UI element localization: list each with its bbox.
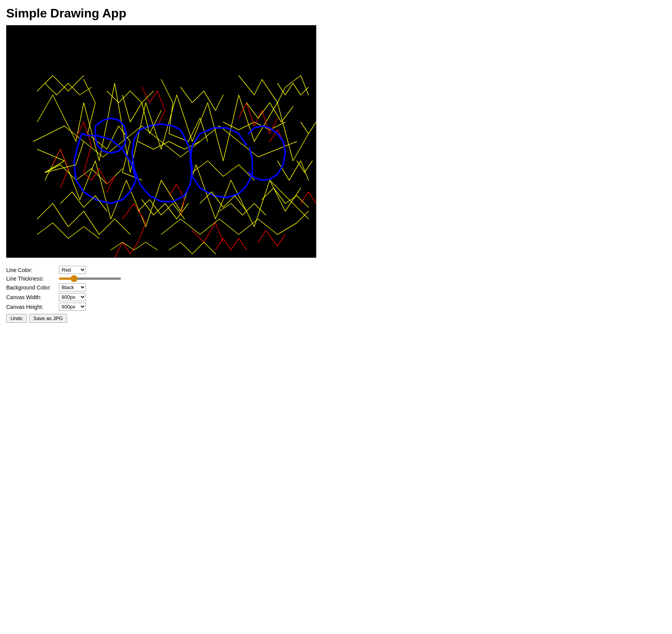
- line-thickness-row: Line Thickness:: [6, 276, 666, 282]
- line-color-label: Line Color:: [6, 267, 57, 273]
- line-color-select[interactable]: RedBlueYellowGreenWhiteBlack: [59, 266, 86, 274]
- app-title: Simple Drawing App: [6, 6, 666, 21]
- line-color-row: Line Color: RedBlueYellowGreenWhiteBlack: [6, 266, 666, 274]
- canvas-width-label: Canvas Width:: [6, 294, 57, 300]
- canvas-width-select[interactable]: 800px600px1000px1200px: [59, 293, 86, 301]
- canvas-height-label: Canvas Height:: [6, 304, 57, 310]
- button-row: Undo Save as JPG: [6, 314, 666, 323]
- controls-panel: Line Color: RedBlueYellowGreenWhiteBlack…: [6, 266, 666, 323]
- drawing-canvas[interactable]: [6, 25, 316, 258]
- undo-button[interactable]: Undo: [6, 314, 27, 323]
- line-thickness-label: Line Thickness:: [6, 276, 57, 282]
- bg-color-select[interactable]: BlackWhiteGrayRedBlue: [59, 283, 86, 291]
- canvas-container: [6, 25, 316, 258]
- line-thickness-slider[interactable]: [59, 277, 121, 280]
- bg-color-label: Background Color:: [6, 284, 57, 291]
- bg-color-row: Background Color: BlackWhiteGrayRedBlue: [6, 283, 666, 291]
- save-button[interactable]: Save as JPG: [29, 314, 67, 323]
- canvas-height-row: Canvas Height: 600px400px800px1000px: [6, 303, 666, 311]
- canvas-height-select[interactable]: 600px400px800px1000px: [59, 303, 86, 311]
- canvas-width-row: Canvas Width: 800px600px1000px1200px: [6, 293, 666, 301]
